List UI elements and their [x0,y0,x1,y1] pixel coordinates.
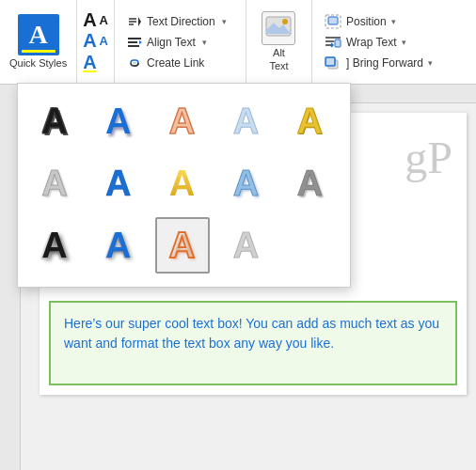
quick-styles-button[interactable]: A Quick Styles [0,0,77,84]
font-a-large-button[interactable]: A [83,10,96,29]
quick-styles-letter: A [28,22,47,48]
text-tools-group: Text Direction ▾ Align Text ▾ [115,0,246,84]
svg-rect-19 [325,57,335,66]
wrap-text-icon [325,35,341,50]
svg-marker-7 [139,40,142,44]
bring-forward-label: ] Bring Forward [346,56,423,70]
style-letter-14: A [233,227,259,263]
alt-text-button[interactable]: AltText [246,0,312,84]
svg-rect-4 [128,38,141,39]
style-letter-4: A [233,103,259,139]
style-letter-13: A [169,227,195,263]
font-a-underline-button[interactable]: A [83,52,96,73]
style-item-4[interactable]: A [218,93,273,149]
align-text-label: Align Text [147,36,196,49]
style-item-13[interactable]: A [155,217,210,274]
align-text-icon [127,35,142,50]
text-direction-label: Text Direction [147,15,215,28]
font-a-blue-large-button[interactable]: A [83,31,96,50]
style-letter-10: A [296,165,322,201]
create-link-button[interactable]: Create Link [124,55,236,71]
svg-point-11 [282,19,288,24]
text-box-content: Here’s our super cool text box! You can … [64,314,442,353]
style-letter-5: A [296,103,322,139]
text-box[interactable]: Here’s our super cool text box! You can … [49,301,457,385]
align-text-arrow: ▾ [202,38,207,47]
create-link-label: Create Link [147,56,204,70]
text-direction-button[interactable]: Text Direction ▾ [124,13,236,30]
svg-rect-6 [128,45,139,47]
quick-styles-label: Quick Styles [9,57,67,70]
style-item-3[interactable]: A [155,93,210,149]
style-letter-9: A [233,165,259,201]
position-arrow: ▾ [391,17,396,26]
style-letter-2: A [105,103,131,139]
style-letter-3: A [169,103,195,139]
style-item-2[interactable]: A [91,93,146,149]
style-item-8[interactable]: A [155,155,210,212]
svg-rect-5 [128,41,137,43]
bring-forward-icon [325,55,341,70]
wrap-text-label: Wrap Text [346,36,397,49]
position-icon [325,14,341,29]
style-item-10[interactable]: A [282,155,337,212]
ribbon: A Quick Styles A A A A A [0,0,476,85]
align-text-button[interactable]: Align Text ▾ [124,34,236,51]
font-a-medium-button[interactable]: A [100,13,108,27]
font-row-2: A A [83,31,108,50]
font-row-1: A A [83,10,108,29]
bring-forward-arrow: ▾ [428,58,433,68]
style-item-9[interactable]: A [218,155,273,212]
font-row-3: A [83,52,108,73]
styles-grid: A A A A A A A A A A A [27,93,341,274]
style-letter-12: A [105,227,131,263]
svg-rect-13 [328,17,338,24]
svg-rect-16 [335,39,341,47]
style-letter-6: A [41,165,67,201]
style-letter-7: A [105,165,131,201]
style-item-12[interactable]: A [91,217,146,274]
quick-styles-icon: A [18,14,59,55]
style-item-5[interactable]: A [282,93,337,149]
create-link-icon [127,55,142,70]
position-label: Position [346,15,387,28]
style-item-7[interactable]: A [91,155,146,212]
text-direction-arrow: ▾ [222,17,227,26]
style-item-6[interactable]: A [27,155,82,212]
text-direction-icon [127,14,142,29]
bring-forward-button[interactable]: ] Bring Forward ▾ [322,55,436,71]
quick-styles-underline [22,50,56,53]
position-button[interactable]: Position ▾ [322,13,436,30]
style-letter-1: A [41,103,67,139]
alt-text-label: AltText [269,47,288,71]
style-item-1[interactable]: A [27,93,82,149]
wrap-text-arrow: ▾ [402,38,406,47]
alt-text-icon [262,11,295,45]
style-item-14[interactable]: A [218,217,273,274]
wrap-text-button[interactable]: Wrap Text ▾ [322,34,436,51]
svg-marker-3 [138,17,141,26]
style-letter-11: A [41,227,67,263]
font-a-blue-med-button[interactable]: A [100,34,108,48]
font-size-group: A A A A A [77,0,115,84]
quick-styles-dropdown: A A A A A A A A A A A [17,83,351,288]
arrange-group: Position ▾ Wrap Text ▾ [312,0,445,84]
page-gp-text: gP [405,132,452,183]
style-item-11[interactable]: A [27,217,82,274]
style-letter-8: A [169,165,195,201]
